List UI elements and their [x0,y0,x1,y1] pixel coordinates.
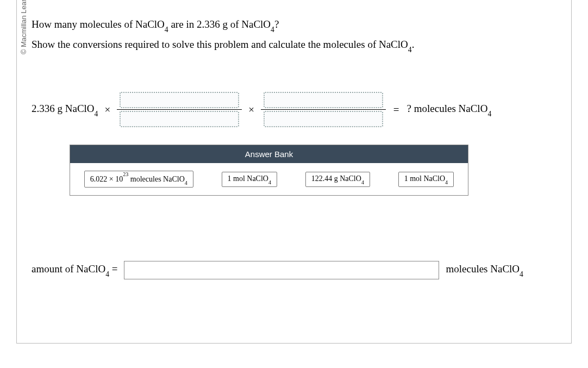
equals-symbol: = [391,104,402,116]
ans-label-sub: 4 [105,270,109,278]
equation-row: 2.336 g NaClO4 × × = ? molecules NaClO4 [32,92,561,127]
tile1-pre: 1 mol NaClO [228,174,268,183]
eq-result-sub: 4 [487,110,491,118]
tile3-pre: 1 mol NaClO [404,174,445,183]
tile0-sup: 23 [123,171,128,177]
fraction-slot-1 [117,92,242,127]
fraction-bar-2 [261,109,386,110]
q1-text-c: ? [274,18,279,30]
tile1-sub: 4 [268,179,271,185]
eq-start-text: 2.336 g NaClO [32,103,95,114]
ans-label-pre: amount of NaClO [32,263,105,275]
q1-text-b: are in 2.336 g of NaClO [168,18,271,30]
ans-unit-sub: 4 [520,270,523,278]
fraction-slot-2 [261,92,386,127]
answer-row: amount of NaClO4 = molecules NaClO4 [32,261,561,279]
ans-label-post: = [109,263,117,275]
q2-sub: 4 [408,46,412,54]
tile2-pre: 122.44 g NaClO [311,174,361,183]
q1-text-a: How many molecules of NaClO [32,18,165,30]
content-area: How many molecules of NaClO4 are in 2.33… [32,16,561,279]
answer-bank: Answer Bank 6.022 × 1023 molecules NaClO… [70,145,468,195]
answer-unit: molecules NaClO4 [446,263,523,277]
equation-result: ? molecules NaClO4 [407,103,492,117]
fraction-bar-1 [117,109,242,110]
drop-slot-denominator-2[interactable] [264,111,383,127]
tile3-sub: 4 [445,179,448,185]
eq-result-text: ? molecules NaClO [407,103,488,114]
q2-text-b: . [412,39,415,50]
equation-start: 2.336 g NaClO4 [32,103,98,117]
tile-1mol-a[interactable]: 1 mol NaClO4 [222,172,278,187]
answer-bank-body: 6.022 × 1023 molecules NaClO4 1 mol NaCl… [70,163,468,195]
copyright-label: © Macmillan Learning [20,0,28,54]
q1-sub-b: 4 [271,26,274,34]
answer-bank-header: Answer Bank [70,145,468,163]
tile-avogadro[interactable]: 6.022 × 1023 molecules NaClO4 [84,171,193,187]
tile0-pre: 6.022 × 10 [90,175,123,183]
drop-slot-numerator-2[interactable] [264,92,383,108]
times-symbol-1: × [103,104,111,116]
question-line-2: Show the conversions required to solve t… [32,36,561,54]
tile-1mol-b[interactable]: 1 mol NaClO4 [398,172,454,187]
drop-slot-denominator-1[interactable] [120,111,239,127]
answer-input[interactable] [124,261,439,279]
tile-molar-mass[interactable]: 122.44 g NaClO4 [305,172,370,187]
tile2-sub: 4 [361,179,364,185]
ans-unit-pre: molecules NaClO [446,263,520,275]
tile0-mid: molecules NaClO [128,175,184,183]
q2-text-a: Show the conversions required to solve t… [32,39,408,50]
tile0-sub: 4 [185,180,187,186]
q1-sub-a: 4 [165,26,168,34]
drop-slot-numerator-1[interactable] [120,92,239,108]
eq-start-sub: 4 [95,110,98,118]
answer-label: amount of NaClO4 = [32,263,117,277]
question-line-1: How many molecules of NaClO4 are in 2.33… [32,16,561,34]
times-symbol-2: × [247,104,255,116]
